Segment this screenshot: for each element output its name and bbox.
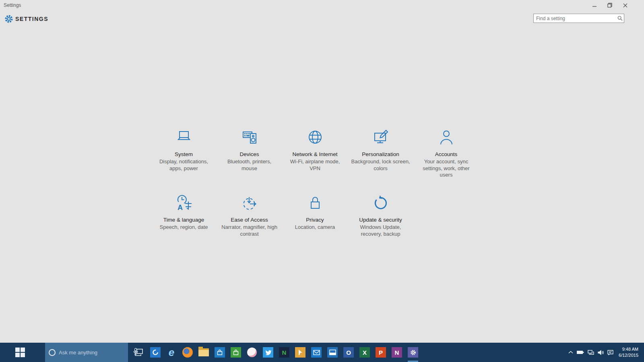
tile-network-internet[interactable]: Network & Internet Wi-Fi, airplane mode,… [282,128,348,193]
tile-title: Ease of Access [231,217,268,223]
firefox-icon [182,347,193,358]
system-laptop-icon [174,128,194,147]
tile-accounts[interactable]: Accounts Your account, sync settings, wo… [413,128,479,193]
task-view-icon [134,348,144,357]
netflix-icon: N [279,347,289,358]
window-controls [587,0,633,10]
excel-icon: X [359,347,370,358]
taskbar-app-outlook[interactable]: O [341,343,357,362]
svg-text:A: A [178,204,183,212]
volume-icon[interactable] [598,350,604,355]
taskbar-app-netflix[interactable]: N [276,343,292,362]
tile-title: Accounts [435,151,458,157]
taskbar-app-internet-explorer[interactable]: e [163,343,180,362]
tile-title: Network & Internet [293,151,338,157]
tile-title: System [175,151,193,157]
tile-subtitle: Your account, sync settings, work, other… [416,158,477,179]
titlebar: Settings [0,0,644,10]
taskbar-app-store-beta[interactable] [228,343,244,362]
taskbar-app-remote-desktop[interactable] [324,343,341,362]
personalization-monitor-pen-icon [371,128,390,147]
network-icon[interactable] [588,350,594,355]
action-center-icon[interactable] [607,350,613,355]
remote-desktop-icon [327,347,338,358]
taskbar-app-store[interactable] [212,343,228,362]
battery-icon[interactable] [577,350,584,354]
outlook-icon: O [343,347,354,358]
tile-subtitle: Wi-Fi, airplane mode, VPN [285,158,345,172]
close-button[interactable] [617,0,633,10]
page-title: SETTINGS [15,16,48,22]
cortana-icon [49,349,56,356]
taskbar-app-onenote[interactable]: N [389,343,405,362]
tile-title: Time & language [163,217,204,223]
tile-title: Personalization [362,151,399,157]
store-beta-icon [231,347,241,358]
taskbar-app-firefox[interactable] [180,343,196,362]
cortana-search-bar[interactable] [45,343,128,362]
restore-button[interactable] [602,0,617,10]
onenote-icon: N [392,347,402,358]
window-title: Settings [4,2,21,8]
devices-keyboard-speaker-icon [240,128,259,147]
tile-personalization[interactable]: Personalization Background, lock screen,… [348,128,413,193]
tile-system[interactable]: System Display, notifications, apps, pow… [151,128,217,193]
powerpoint-icon: P [376,347,386,358]
edge-icon [150,347,161,358]
fresh-paint-icon [247,348,257,357]
tray-chevron-up-icon[interactable] [568,351,573,354]
tile-subtitle: Narrator, magnifier, high contrast [219,224,280,237]
minimize-icon [592,3,597,8]
tile-subtitle: Background, lock screen, colors [350,158,411,172]
settings-tiles-grid: System Display, notifications, apps, pow… [151,128,481,259]
tile-update-security[interactable]: Update & security Windows Update, recove… [348,193,413,259]
windows-logo-icon [15,348,25,357]
tray-date: 6/12/2015 [619,352,638,358]
tray-clock[interactable]: 9:48 AM 6/12/2015 [619,346,638,358]
taskbar-app-edge[interactable] [147,343,163,362]
amber-app-icon [295,347,305,358]
tile-ease-of-access[interactable]: Ease of Access Narrator, magnifier, high… [217,193,282,259]
taskbar-app-file-explorer[interactable] [196,343,212,362]
update-security-refresh-icon [371,193,390,213]
taskbar-app-mail[interactable] [308,343,324,362]
start-button[interactable] [0,343,40,362]
accounts-person-icon [437,128,456,147]
tile-title: Privacy [306,217,324,223]
taskbar-app-powerpoint[interactable]: P [373,343,389,362]
task-view-button[interactable] [131,343,147,362]
tile-privacy[interactable]: Privacy Location, camera [282,193,348,259]
store-icon [215,347,225,358]
twitter-icon [263,347,273,358]
minimize-button[interactable] [587,0,602,10]
tile-devices[interactable]: Devices Bluetooth, printers, mouse [217,128,282,193]
file-explorer-icon [198,348,209,356]
active-app-indicator [408,361,418,362]
mail-icon [311,347,322,358]
taskbar-app-settings-active[interactable] [405,343,421,362]
close-icon [623,3,627,8]
taskbar-app-excel[interactable]: X [357,343,373,362]
taskbar-app-amber[interactable] [292,343,308,362]
find-setting-searchbox[interactable] [533,14,624,23]
search-icon[interactable] [616,16,624,21]
tile-time-language[interactable]: A Time & language Speech, region, date [151,193,217,259]
tile-subtitle: Bluetooth, printers, mouse [219,158,280,172]
tile-subtitle: Location, camera [295,224,335,231]
system-tray: 9:48 AM 6/12/2015 [568,343,644,362]
network-globe-icon [305,128,325,147]
internet-explorer-icon: e [169,347,174,358]
find-setting-input[interactable] [534,16,616,21]
tray-time: 9:48 AM [619,346,638,352]
tile-subtitle: Speech, region, date [160,224,208,231]
ease-of-access-icon [240,193,259,213]
time-language-clock-icon: A [174,193,194,213]
privacy-lock-icon [305,193,325,213]
restore-icon [607,3,612,8]
taskbar: e [0,343,644,362]
taskbar-apps: e [131,343,421,362]
taskbar-app-fresh-paint[interactable] [244,343,260,362]
settings-gear-icon [4,14,14,25]
cortana-search-input[interactable] [56,350,133,356]
taskbar-app-twitter[interactable] [260,343,276,362]
